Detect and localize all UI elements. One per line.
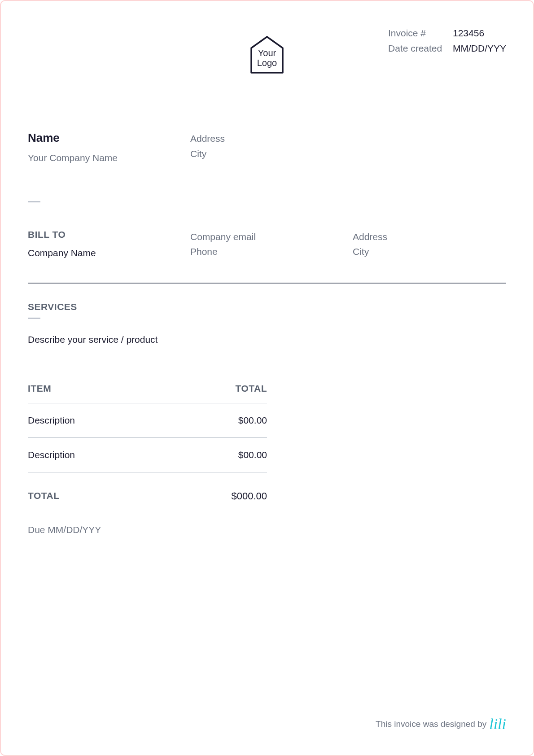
bill-to-section: BILL TO Company Name Company email Phone…: [28, 229, 506, 284]
sender-company-name: Your Company Name: [28, 150, 181, 166]
services-dash: [28, 318, 40, 319]
grand-total-label: TOTAL: [28, 490, 60, 502]
bill-to-email-label: Company email: [190, 229, 344, 245]
sender-address-label: Address: [190, 131, 344, 146]
item-total: $00.00: [238, 415, 267, 426]
sender-name-label: Name: [28, 131, 181, 145]
item-description: Description: [28, 450, 75, 460]
footer: This invoice was designed by lili: [376, 716, 506, 733]
due-date: Due MM/DD/YYY: [28, 524, 506, 535]
total-column-heading: TOTAL: [235, 383, 267, 394]
services-description: Describe your service / product: [28, 332, 506, 347]
items-table: ITEM TOTAL Description $00.00 Descriptio…: [28, 383, 267, 502]
invoice-number-label: Invoice #: [388, 28, 446, 39]
item-description: Description: [28, 415, 75, 426]
item-row: Description $00.00: [28, 438, 267, 472]
bill-to-address-label: Address: [353, 229, 506, 245]
divider-dash: [28, 201, 40, 202]
item-total: $00.00: [238, 450, 267, 460]
from-section: Name Your Company Name Address City: [28, 131, 506, 166]
invoice-number-value: 123456: [453, 28, 484, 39]
services-section: SERVICES Describe your service / product: [28, 302, 506, 347]
grand-total-amount: $000.00: [231, 490, 267, 502]
invoice-meta: Invoice # 123456 Date created MM/DD/YYY: [388, 28, 506, 58]
date-created-value: MM/DD/YYY: [453, 43, 506, 54]
bill-to-city-label: City: [353, 244, 506, 259]
bill-to-company-name: Company Name: [28, 245, 181, 261]
sender-city-label: City: [190, 146, 344, 162]
house-icon: Your Logo: [245, 32, 289, 77]
date-created-label: Date created: [388, 43, 446, 54]
lili-brand-logo: lili: [489, 716, 506, 733]
bill-to-phone-label: Phone: [190, 244, 344, 259]
item-row: Description $00.00: [28, 403, 267, 438]
logo-placeholder: Your Logo: [245, 32, 289, 77]
invoice-header: Your Logo Invoice # 123456 Date created …: [28, 28, 506, 100]
bill-to-heading: BILL TO: [28, 229, 181, 240]
svg-text:Logo: Logo: [257, 58, 277, 68]
svg-text:Your: Your: [258, 48, 276, 58]
item-column-heading: ITEM: [28, 383, 51, 394]
services-heading: SERVICES: [28, 302, 506, 312]
footer-text: This invoice was designed by: [376, 719, 486, 729]
